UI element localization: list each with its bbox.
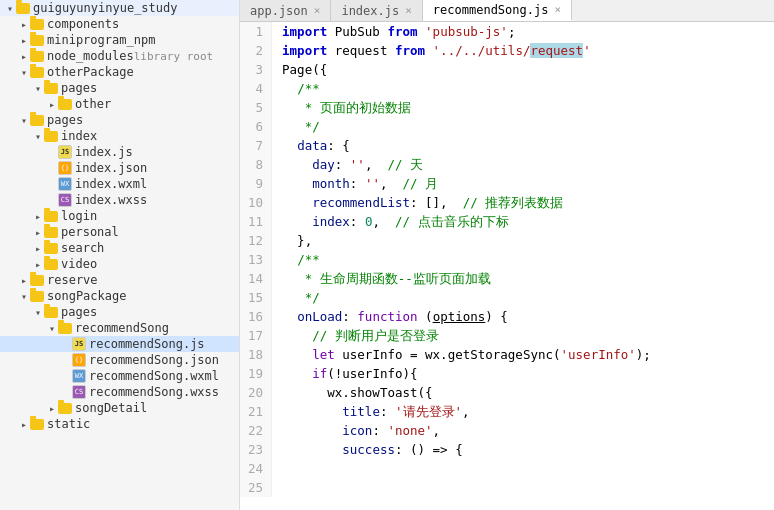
folder-icon [30,51,44,62]
file-tree: guiguyunyinyue_studycomponentsminiprogra… [0,0,240,510]
sidebar-item-recommendSong[interactable]: recommendSong [0,320,239,336]
tab-index_js[interactable]: index.js× [331,0,422,21]
code-line: import PubSub from 'pubsub-js'; [282,22,764,41]
tab-close-icon[interactable]: × [554,3,561,16]
sidebar-item-label: index.js [75,145,133,159]
code-line: index: 0, // 点击音乐的下标 [282,212,764,231]
sidebar-item-recommendSong_json[interactable]: {}recommendSong.json [0,352,239,368]
sidebar-item-label: miniprogram_npm [47,33,155,47]
sidebar-item-index[interactable]: index [0,128,239,144]
arrow-icon [46,99,58,110]
folder-icon [44,211,58,222]
line-number: 11 [248,212,263,231]
sidebar-item-guiguyunyinyue_study[interactable]: guiguyunyinyue_study [0,0,239,16]
sidebar-item-static[interactable]: static [0,416,239,432]
sidebar-item-recommendSong_js[interactable]: JSrecommendSong.js [0,336,239,352]
sidebar-item-index_wxml[interactable]: WXindex.wxml [0,176,239,192]
sidebar-item-label: recommendSong.js [89,337,205,351]
arrow-icon [32,307,44,318]
sidebar-item-label: login [61,209,97,223]
tab-recommendSong_js[interactable]: recommendSong.js× [423,0,572,21]
line-number: 13 [248,250,263,269]
line-number: 10 [248,193,263,212]
sidebar-item-label: songDetail [75,401,147,415]
folder-icon [58,99,72,110]
line-number: 4 [248,79,263,98]
sidebar-item-search[interactable]: search [0,240,239,256]
sidebar-item-miniprogram_npm[interactable]: miniprogram_npm [0,32,239,48]
sidebar-item-songDetail[interactable]: songDetail [0,400,239,416]
js-file-icon: JS [72,337,86,351]
tab-close-icon[interactable]: × [314,4,321,17]
sidebar-item-reserve[interactable]: reserve [0,272,239,288]
folder-icon [16,3,30,14]
code-line: */ [282,117,764,136]
code-line: * 页面的初始数据 [282,98,764,117]
tab-app_json[interactable]: app.json× [240,0,331,21]
sidebar-item-pages_other[interactable]: pages [0,80,239,96]
tab-close-icon[interactable]: × [405,4,412,17]
sidebar-item-login[interactable]: login [0,208,239,224]
sidebar-item-recommendSong_wxml[interactable]: WXrecommendSong.wxml [0,368,239,384]
sidebar-item-personal[interactable]: personal [0,224,239,240]
folder-icon [30,275,44,286]
arrow-icon [32,243,44,254]
code-line: * 生命周期函数--监听页面加载 [282,269,764,288]
sidebar-item-label: search [61,241,104,255]
sidebar-item-video[interactable]: video [0,256,239,272]
sidebar-item-index_json[interactable]: {}index.json [0,160,239,176]
sidebar-item-other[interactable]: other [0,96,239,112]
arrow-icon [32,131,44,142]
arrow-icon [4,3,16,14]
code-line: */ [282,288,764,307]
sidebar-item-label: static [47,417,90,431]
wxss-file-icon: CS [72,385,86,399]
line-number: 8 [248,155,263,174]
line-number: 20 [248,383,263,402]
sidebar-item-recommendSong_wxss[interactable]: CSrecommendSong.wxss [0,384,239,400]
code-editor: app.json×index.js×recommendSong.js× 1234… [240,0,774,510]
sidebar-item-songPackage[interactable]: songPackage [0,288,239,304]
code-area: 1234567891011121314151617181920212223242… [240,22,774,497]
arrow-icon [18,419,30,430]
sidebar-item-label: index [61,129,97,143]
folder-icon [30,291,44,302]
code-content[interactable]: import PubSub from 'pubsub-js';import re… [272,22,774,497]
line-number: 2 [248,41,263,60]
sidebar-item-pages[interactable]: pages [0,112,239,128]
sidebar-item-label: pages [47,113,83,127]
code-line: }, [282,231,764,250]
line-number: 23 [248,440,263,459]
code-line: import request from '../../utils/request… [282,41,764,60]
sidebar-item-label: video [61,257,97,271]
code-line: success: () => { [282,440,764,459]
folder-icon [44,83,58,94]
line-number: 24 [248,459,263,478]
sidebar-item-label: index.wxss [75,193,147,207]
sidebar-item-pages_song[interactable]: pages [0,304,239,320]
sidebar-item-index_wxss[interactable]: CSindex.wxss [0,192,239,208]
code-line: Page({ [282,60,764,79]
code-line: /** [282,250,764,269]
line-number: 12 [248,231,263,250]
arrow-icon [32,227,44,238]
line-number: 1 [248,22,263,41]
sidebar-item-node_modules[interactable]: node_modules library root [0,48,239,64]
sidebar-item-label: recommendSong.wxml [89,369,219,383]
code-line: title: '请先登录', [282,402,764,421]
line-number: 15 [248,288,263,307]
json-file-icon: {} [58,161,72,175]
folder-icon [58,403,72,414]
line-number: 17 [248,326,263,345]
line-number: 18 [248,345,263,364]
arrow-icon [46,403,58,414]
sidebar-item-label: recommendSong.json [89,353,219,367]
folder-icon [30,19,44,30]
code-line: if(!userInfo){ [282,364,764,383]
sidebar-item-otherPackage[interactable]: otherPackage [0,64,239,80]
sidebar-item-label: components [47,17,119,31]
sidebar-item-index_js[interactable]: JSindex.js [0,144,239,160]
sidebar-item-label: other [75,97,111,111]
folder-icon [58,323,72,334]
sidebar-item-components[interactable]: components [0,16,239,32]
